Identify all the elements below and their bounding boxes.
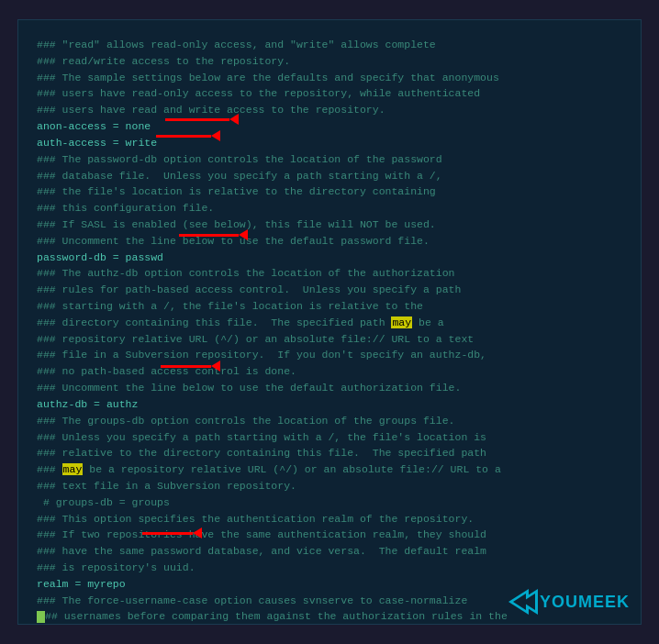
code-line-11: ### If SASL is enabled (see below), this… — [37, 217, 622, 233]
code-line-10: ### this configuration file. — [37, 200, 622, 217]
code-line-20: ### no path-based access control is done… — [37, 363, 622, 380]
code-line-15: ### rules for path-based access control.… — [37, 282, 622, 298]
code-line-29: ### This option specifies the authentica… — [37, 511, 622, 527]
code-line-13: password-db = passwd — [37, 250, 622, 266]
code-line-1: ### read/write access to the repository. — [37, 53, 622, 70]
code-line-30: ### If two repositories have the same au… — [37, 527, 622, 543]
highlighted-word: may — [62, 463, 84, 475]
code-line-24: ### Unless you specify a path starting w… — [37, 429, 622, 446]
code-line-22: authz-db = authz — [37, 396, 622, 413]
code-line-4: ### users have read and write access to … — [37, 102, 622, 118]
code-line-2: ### The sample settings below are the de… — [37, 70, 622, 86]
arrow-authz-db — [161, 361, 220, 372]
code-line-26: ### may be a repository relative URL (^/… — [37, 461, 622, 478]
code-line-19: ### file in a Subversion repository. If … — [37, 347, 622, 363]
highlighted-word: may — [391, 316, 412, 328]
code-line-7: ### The password-db option controls the … — [37, 151, 622, 168]
code-line-9: ### the file's location is relative to t… — [37, 183, 622, 200]
code-line-31: ### have the same password database, and… — [37, 543, 622, 560]
arrow-realm — [142, 527, 202, 539]
code-line-23: ### The groups-db option controls the lo… — [37, 413, 622, 429]
code-line-17: ### directory containing this file. The … — [37, 315, 622, 331]
code-line-6: auth-access = write — [37, 135, 622, 151]
code-line-27: ### text file in a Subversion repository… — [37, 478, 622, 494]
cursor-block — [37, 611, 45, 623]
code-line-14: ### The authz-db option controls the loc… — [37, 265, 622, 282]
code-content: ### "read" allows read-only access, and … — [37, 37, 622, 625]
code-line-3: ### users have read-only access to the r… — [37, 85, 622, 102]
code-line-8: ### database file. Unless you specify a … — [37, 168, 622, 184]
code-line-25: ### relative to the directory containing… — [37, 445, 622, 461]
code-line-18: ### repository relative URL (^/) or an a… — [37, 331, 622, 348]
arrow-anon-access — [165, 114, 239, 125]
watermark: YouMeek — [508, 589, 630, 615]
code-line-32: ### is repository's uuid. — [37, 560, 622, 576]
arrow-password-db — [179, 229, 248, 240]
watermark-text: YouMeek — [540, 593, 630, 612]
editor-window: ### "read" allows read-only access, and … — [17, 19, 642, 625]
code-line-16: ### starting with a /, the file's locati… — [37, 298, 622, 315]
code-line-21: ### Uncomment the line below to use the … — [37, 380, 622, 396]
arrow-auth-access — [156, 130, 220, 141]
code-line-5: anon-access = none — [37, 118, 622, 135]
code-line-12: ### Uncomment the line below to use the … — [37, 233, 622, 250]
code-line-0: ### "read" allows read-only access, and … — [37, 37, 622, 53]
code-line-28: # groups-db = groups — [37, 494, 622, 511]
